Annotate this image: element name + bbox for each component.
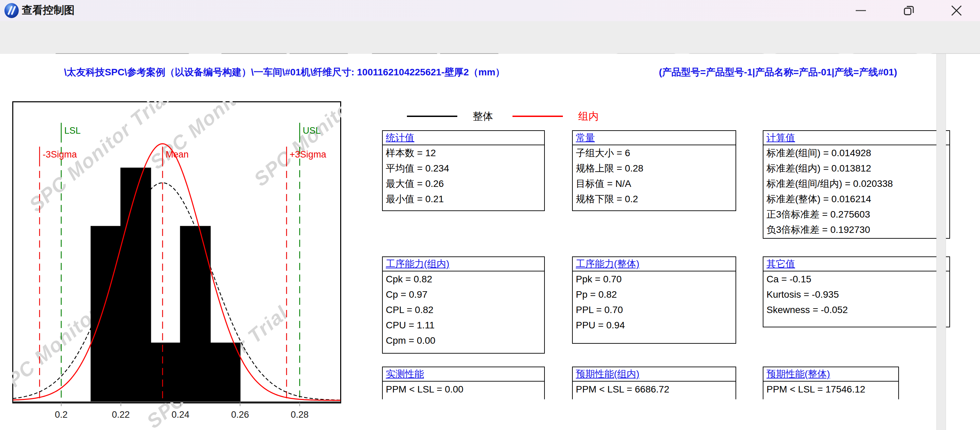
restore-icon: [903, 5, 915, 17]
svg-text:0.2: 0.2: [55, 409, 68, 420]
panel-title: 计算值: [764, 131, 949, 145]
panel-title: 常量: [573, 131, 735, 145]
stat-row: 标准差(组内) = 0.013812: [764, 161, 949, 176]
svg-text:0.26: 0.26: [231, 409, 249, 420]
minimize-button[interactable]: [849, 0, 873, 21]
panel-actual-performance: 实测性能 PPM < LSL = 0.00: [382, 366, 545, 399]
panel-title: 实测性能: [383, 367, 544, 382]
legend-line-overall: [407, 116, 457, 117]
legend-line-within: [512, 116, 563, 117]
close-icon: [950, 5, 963, 17]
stat-row: PPM < LSL = 6686.72: [573, 382, 735, 397]
stat-row: 正3倍标准差 = 0.275603: [764, 207, 949, 222]
svg-text:LSL: LSL: [64, 125, 81, 136]
stat-row: 负3倍标准差 = 0.192730: [764, 222, 949, 237]
panel-stats: 统计值 样本数 = 12 平均值 = 0.234 最大值 = 0.26 最小值 …: [382, 130, 545, 211]
stat-row: 样本数 = 12: [383, 145, 544, 161]
stat-row: PPL = 0.70: [573, 302, 735, 318]
stat-row: 规格下限 = 0.2: [573, 191, 735, 207]
histogram-svg: SPC Monitor TrialSPC Monitor TrialSPC Mo…: [12, 101, 341, 430]
stat-row: PPM < LSL = 17546.12: [764, 382, 898, 397]
stat-row: CPU = 1.11: [383, 318, 544, 333]
stat-row: Cpk = 0.82: [383, 272, 544, 287]
svg-text:USL: USL: [303, 125, 321, 136]
stat-row: 标准差(组间) = 0.014928: [764, 145, 949, 161]
stat-row: 平均值 = 0.234: [383, 161, 544, 176]
panel-title: 预期性能(组内): [573, 367, 735, 382]
panel-expected-performance-overall: 预期性能(整体) PPM < LSL = 17546.12: [763, 366, 899, 399]
svg-text:+3Sigma: +3Sigma: [290, 149, 326, 160]
restore-button[interactable]: [897, 0, 921, 21]
stat-row: Cp = 0.97: [383, 287, 544, 302]
legend-label-within: 组内: [578, 109, 599, 123]
stat-row: Skewness = -0.052: [764, 302, 949, 318]
panel-calculated: 计算值 标准差(组间) = 0.014928 标准差(组内) = 0.01381…: [763, 130, 950, 239]
panel-title: 工序能力(整体): [573, 257, 735, 272]
svg-text:-3Sigma: -3Sigma: [43, 149, 77, 160]
window-title: 查看控制图: [22, 0, 75, 21]
svg-text:0.28: 0.28: [291, 409, 309, 420]
stat-row: Pp = 0.82: [573, 287, 735, 302]
panel-title: 其它值: [764, 257, 949, 272]
histogram-chart: SPC Monitor TrialSPC Monitor TrialSPC Mo…: [12, 101, 341, 430]
stat-row: 标准差(整体) = 0.016214: [764, 191, 949, 207]
stat-row: PPU = 0.94: [573, 318, 735, 333]
toolbar: 显示范围: 录入时间 从 2018-07-30 16:46:47 ▲ ▼ 到 2…: [0, 21, 980, 54]
panel-title: 统计值: [383, 131, 544, 145]
stat-row: Ca = -0.15: [764, 272, 949, 287]
panel-other-values: 其它值 Ca = -0.15 Kurtosis = -0.935 Skewnes…: [763, 256, 950, 328]
stat-row: 最大值 = 0.26: [383, 176, 544, 191]
app-logo-icon: [3, 2, 20, 19]
stat-row: 规格上限 = 0.28: [573, 161, 735, 176]
panel-capability-within: 工序能力(组内) Cpk = 0.82 Cp = 0.97 CPL = 0.82…: [382, 256, 545, 353]
panel-title: 工序能力(组内): [383, 257, 544, 272]
content-area: \太友科技SPC\参考案例（以设备编号构建）\一车间\#01机\纤维尺寸: 10…: [0, 54, 980, 430]
stat-row: Kurtosis = -0.935: [764, 287, 949, 302]
panel-title: 预期性能(整体): [764, 367, 898, 382]
panel-capability-overall: 工序能力(整体) Ppk = 0.70 Pp = 0.82 PPL = 0.70…: [572, 256, 736, 344]
stat-row: 目标值 = N/A: [573, 176, 735, 191]
legend-label-overall: 整体: [473, 109, 493, 123]
panel-constants: 常量 子组大小 = 6 规格上限 = 0.28 目标值 = N/A 规格下限 =…: [572, 130, 736, 211]
title-bar: 查看控制图: [0, 0, 980, 21]
svg-text:0.24: 0.24: [172, 409, 190, 420]
stat-row: 标准差(组间/组内) = 0.020338: [764, 176, 949, 191]
vertical-scrollbar[interactable]: [936, 54, 946, 430]
stat-row: PPM < LSL = 0.00: [383, 382, 544, 397]
breadcrumb-filters: (产品型号=产品型号-1|产品名称=产品-01|产线=产线#01): [659, 66, 897, 79]
stat-row: 子组大小 = 6: [573, 145, 735, 161]
minimize-icon: [855, 5, 867, 17]
stat-row: Ppk = 0.70: [573, 272, 735, 287]
svg-text:0.22: 0.22: [112, 409, 130, 420]
stat-row: 最小值 = 0.21: [383, 191, 544, 207]
svg-text:Mean: Mean: [165, 149, 189, 160]
breadcrumb: \太友科技SPC\参考案例（以设备编号构建）\一车间\#01机\纤维尺寸: 10…: [64, 66, 505, 79]
panel-expected-performance-within: 预期性能(组内) PPM < LSL = 6686.72: [572, 366, 736, 399]
stat-row: Cpm = 0.00: [383, 333, 544, 348]
close-button[interactable]: [945, 0, 969, 21]
stat-row: CPL = 0.82: [383, 302, 544, 318]
